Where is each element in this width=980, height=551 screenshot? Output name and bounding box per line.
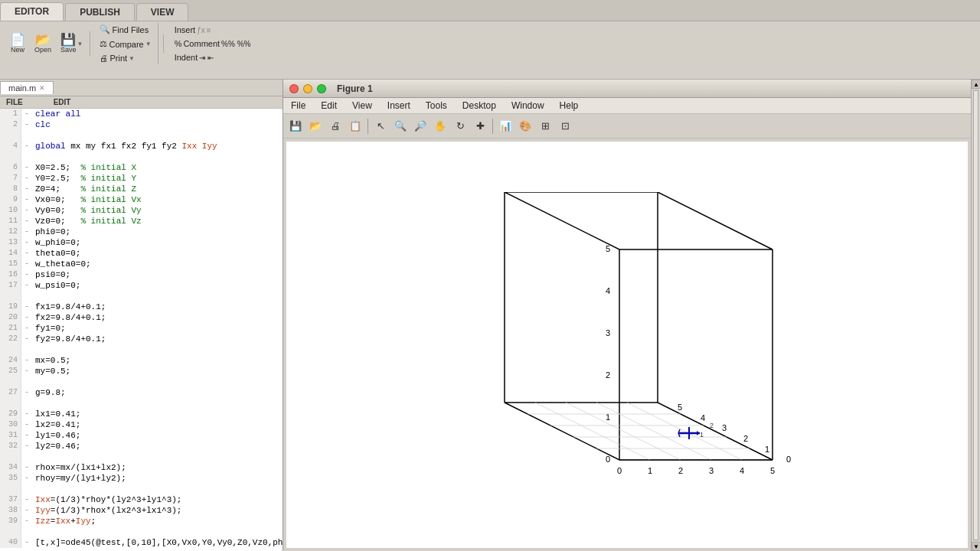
line-content: Vy0=0; % initial Vy [32,205,283,216]
code-line: 7-Y0=2.5; % initial Y [0,173,283,184]
line-dash: - [21,419,32,430]
line-content [32,377,283,387]
line-dash: - [21,366,32,377]
line-number: 13 [0,237,21,248]
line-dash: - [21,494,32,505]
code-line: 15-w_theta0=0; [0,259,283,269]
compare-button[interactable]: ⚖ Compare ▼ [96,37,154,51]
line-number: 11 [0,216,21,227]
comment-button[interactable]: % Comment %% %% [172,37,254,50]
tab-view[interactable]: VIEW [136,3,189,21]
window-min-button[interactable] [303,84,312,93]
new-button[interactable]: 📄 New [6,31,29,56]
x-tick-3: 3 [709,466,714,475]
scroll-up-button[interactable]: ▲ [972,80,980,89]
line-number [0,130,21,141]
open-icon: 📂 [35,34,51,46]
fig-grid-button[interactable]: ⊞ [536,117,554,135]
line-number: 24 [0,355,21,366]
line-dash [21,452,32,462]
x-tick-1: 1 [648,466,652,475]
z-tick-3: 3 [606,328,610,337]
file-tab-main[interactable]: main.m ✕ [0,81,54,94]
menu-window[interactable]: Window [510,99,546,112]
line-dash: - [21,173,32,184]
window-max-button[interactable] [317,84,326,93]
y-tick-5: 5 [678,403,682,412]
code-line [0,452,283,462]
main-layout: main.m ✕ FILE EDIT 1-clear all2-clc4-glo… [0,80,980,551]
line-content: rhox=mx/(lx1+lx2); [32,462,283,473]
fig-zoomout-button[interactable]: 🔎 [411,117,430,135]
x-tick-4: 4 [740,466,744,475]
menu-view[interactable]: View [351,99,374,112]
line-number [0,377,21,387]
print-button[interactable]: 🖨 Print ▼ [96,52,138,64]
line-dash: - [21,109,32,119]
tab-editor[interactable]: EDITOR [0,2,64,21]
menu-file[interactable]: File [289,99,307,112]
find-files-button[interactable]: 🔍 Find Files [96,23,152,36]
fig-legend-button[interactable]: 📊 [496,117,514,135]
menu-edit[interactable]: Edit [319,99,338,112]
scroll-down-button[interactable]: ▼ [972,542,980,551]
code-line: 29-lx1=0.41; [0,409,283,419]
y-tick-3: 3 [722,423,727,432]
menu-desktop[interactable]: Desktop [461,99,498,112]
figure-panel: Figure 1 File Edit View Insert Tools Des… [283,80,971,551]
line-dash: - [21,516,32,527]
fig-zoomin-button[interactable]: 🔍 [391,117,410,135]
indent-button[interactable]: Indent ⇥ ⇤ [172,51,217,64]
close-tab-icon[interactable]: ✕ [39,84,45,92]
line-number [0,344,21,355]
code-line: 9-Vx0=0; % initial Vx [0,194,283,205]
code-line [0,484,283,494]
fig-pan-button[interactable]: ✋ [431,117,449,135]
line-number: 40 [0,537,21,548]
scroll-thumb[interactable] [973,90,978,540]
line-dash [21,377,32,387]
scrollbar-vertical[interactable]: ▲ ▼ [971,80,980,551]
line-dash: - [21,119,32,130]
line-number [0,291,21,302]
save-button[interactable]: 💾 Save ▼ [57,31,87,56]
line-dash: - [21,259,32,269]
fig-arrow-button[interactable]: ↖ [371,117,390,135]
grid-x1 [535,403,650,460]
fig-datacursor-button[interactable]: ✚ [471,117,489,135]
code-line: 16-psi0=0; [0,269,283,280]
fig-save-button[interactable]: 💾 [286,117,305,135]
file-tools-group: 🔍 Find Files ⚖ Compare ▼ 🖨 Print ▼ [93,23,158,64]
fig-colorbar-button[interactable]: 🎨 [516,117,534,135]
fig-plottools-button[interactable]: ⊡ [556,117,574,135]
new-icon: 📄 [10,34,25,46]
z-tick-2: 2 [606,370,610,380]
menu-help[interactable]: Help [558,99,580,112]
save-arrow-icon: ▼ [77,41,83,47]
code-line: 17-w_psi0=0; [0,280,283,291]
line-dash: - [21,302,32,312]
insert-button[interactable]: Insert ƒx ≡ [172,24,214,36]
tab-publish[interactable]: PUBLISH [65,3,135,21]
line-number [0,398,21,409]
code-editor[interactable]: 1-clear all2-clc4-global mx my fx1 fx2 f… [0,109,283,551]
figure-toolbar: 💾 📂 🖨 📋 ↖ 🔍 🔎 ✋ ↻ ✚ 📊 🎨 ⊞ ⊡ [283,114,971,139]
line-dash: - [21,141,32,152]
fig-print-button[interactable]: 🖨 [326,117,345,135]
code-line [0,291,283,302]
fig-rotate-button[interactable]: ↻ [451,117,469,135]
line-content: rhoy=my/(ly1+ly2); [32,473,283,484]
line-dash: - [21,323,32,334]
code-line: 21-fy1=0; [0,323,283,334]
toolbar-sep-1 [163,34,164,53]
menu-tools[interactable]: Tools [424,99,449,112]
line-dash: - [21,355,32,366]
line-dash: - [21,269,32,280]
menu-insert[interactable]: Insert [386,99,412,112]
window-close-button[interactable] [289,84,299,93]
code-line [0,152,283,162]
fig-copy-button[interactable]: 📋 [346,117,364,135]
line-dash: - [21,216,32,227]
fig-open-button[interactable]: 📂 [306,117,325,135]
open-button[interactable]: 📂 Open [31,31,55,56]
